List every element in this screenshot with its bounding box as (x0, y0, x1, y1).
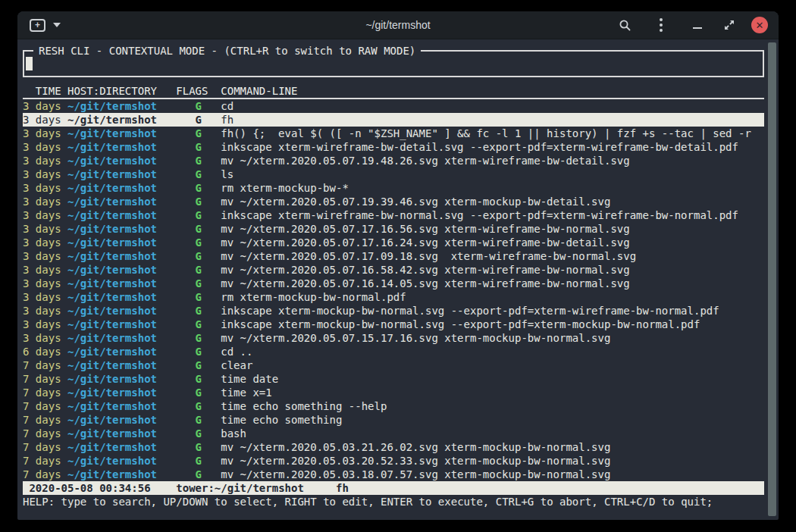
row-time: 7 days (23, 358, 61, 372)
row-directory: ~/git/termshot (67, 399, 157, 413)
kebab-menu-icon (660, 18, 663, 32)
restore-icon (723, 19, 735, 31)
history-row[interactable]: 3 days~/git/termshotGmv ~/xterm.2020.05.… (23, 195, 764, 208)
row-directory: ~/git/termshot (67, 468, 157, 481)
history-row[interactable]: 7 days~/git/termshotGmv ~/xterm.2020.05.… (23, 440, 764, 454)
row-directory: ~/git/termshot (67, 290, 157, 304)
history-row[interactable]: 3 days~/git/termshotGmv ~/xterm.2020.05.… (23, 331, 764, 345)
history-row[interactable]: 7 days~/git/termshotGmv ~/xterm.2020.05.… (23, 454, 764, 468)
history-row[interactable]: 6 days~/git/termshotGcd .. (23, 345, 764, 358)
history-row[interactable]: 7 days~/git/termshotGtime echo something (23, 413, 764, 427)
status-host-directory: tower:~/git/termshot (176, 482, 304, 494)
history-row[interactable]: 7 days~/git/termshotGtime x=1 (23, 386, 764, 399)
chevron-down-icon[interactable] (53, 23, 61, 27)
row-time: 3 days (23, 222, 61, 236)
history-row[interactable]: 3 days~/git/termshotGmv ~/xterm.2020.05.… (23, 277, 764, 290)
row-flags: G (196, 154, 202, 167)
row-directory: ~/git/termshot (67, 167, 157, 181)
row-directory: ~/git/termshot (67, 249, 157, 263)
minimize-button[interactable] (688, 15, 707, 35)
row-directory: ~/git/termshot (67, 222, 157, 236)
row-command: cd (221, 100, 233, 112)
scrollbar[interactable] (767, 40, 777, 518)
row-time: 3 days (23, 181, 61, 195)
terminal-content: RESH CLI - CONTEXTUAL MODE - (CTRL+R to … (17, 39, 779, 520)
row-command: time x=1 (221, 386, 271, 399)
row-flags: G (196, 386, 202, 399)
row-directory: ~/git/termshot (67, 140, 157, 154)
table-column-headers: TIME HOST:DIRECTORY FLAGS COMMAND-LINE (23, 84, 764, 99)
menu-button[interactable] (651, 15, 671, 35)
history-row[interactable]: 3 days~/git/termshotGmv ~/xterm.2020.05.… (23, 249, 764, 263)
search-input[interactable]: RESH CLI - CONTEXTUAL MODE - (CTRL+R to … (23, 50, 764, 77)
history-row[interactable]: 3 days~/git/termshotGls (23, 167, 764, 181)
row-time: 7 days (23, 399, 61, 413)
row-directory: ~/git/termshot (67, 304, 157, 318)
history-row[interactable]: 3 days~/git/termshotGmv ~/xterm.2020.05.… (23, 222, 764, 236)
history-row[interactable]: 3 days~/git/termshotGfh() {; eval $( ([ … (23, 127, 764, 140)
row-time: 7 days (23, 386, 61, 399)
search-box-label: RESH CLI - CONTEXTUAL MODE - (CTRL+R to … (33, 44, 421, 58)
row-time: 7 days (23, 454, 61, 468)
row-flags: G (196, 263, 202, 277)
row-flags: G (196, 249, 202, 263)
row-time: 3 days (23, 236, 61, 249)
history-row[interactable]: 3 days~/git/termshotGinkscape xterm-mock… (23, 318, 764, 331)
row-command: time date (221, 373, 278, 385)
row-command: rm xterm-mockup-bw-* (221, 182, 349, 194)
row-command: cd .. (221, 346, 252, 358)
row-directory: ~/git/termshot (67, 263, 157, 277)
terminal-window: + ~/git/termshot (17, 11, 779, 520)
row-flags: G (196, 440, 202, 454)
new-tab-button[interactable]: + (30, 19, 45, 32)
row-command: inkscape xterm-mockup-bw-normal.svg --ex… (221, 305, 719, 317)
row-time: 7 days (23, 372, 61, 386)
status-bar: 2020-05-08 00:34:56tower:~/git/termshotf… (23, 481, 764, 495)
history-row[interactable]: 3 days~/git/termshotGcd (23, 99, 764, 113)
history-row[interactable]: 3 days~/git/termshotGmv ~/xterm.2020.05.… (23, 154, 764, 167)
history-row[interactable]: 7 days~/git/termshotGbash (23, 427, 764, 440)
row-directory: ~/git/termshot (67, 358, 157, 372)
row-command: inkscape xterm-wireframe-bw-normal.svg -… (221, 209, 738, 221)
row-flags: G (196, 372, 202, 386)
row-time: 3 days (23, 208, 61, 222)
row-directory: ~/git/termshot (67, 331, 157, 345)
row-command: mv ~/xterm.2020.05.07.19.48.26.svg xterm… (221, 155, 629, 167)
maximize-button[interactable] (719, 15, 739, 35)
close-icon: ✕ (756, 20, 764, 30)
history-row[interactable]: 3 days~/git/termshotGinkscape xterm-mock… (23, 304, 764, 318)
history-row[interactable]: 7 days~/git/termshotGtime date (23, 372, 764, 386)
row-directory: ~/git/termshot (67, 181, 157, 195)
row-command: ls (221, 168, 233, 180)
row-command: bash (221, 427, 246, 440)
history-row[interactable]: 3 days~/git/termshotGmv ~/xterm.2020.05.… (23, 263, 764, 277)
history-row[interactable]: 3 days~/git/termshotGrm xterm-mockup-bw-… (23, 181, 764, 195)
row-time: 7 days (23, 413, 61, 427)
row-command: rm xterm-mockup-bw-normal.pdf (221, 291, 406, 303)
row-flags: G (196, 304, 202, 318)
row-flags: G (196, 181, 202, 195)
history-row[interactable]: 3 days~/git/termshotGinkscape xterm-wire… (23, 140, 764, 154)
row-directory: ~/git/termshot (67, 154, 157, 167)
row-flags: G (196, 277, 202, 290)
history-row[interactable]: 3 days~/git/termshotGinkscape xterm-wire… (23, 208, 764, 222)
status-query: fh (336, 482, 349, 494)
scrollbar-thumb[interactable] (768, 42, 776, 516)
row-command: mv ~/xterm.2020.05.07.15.17.16.svg xterm… (221, 332, 610, 344)
history-row[interactable]: 3 days~/git/termshotGfh (23, 113, 764, 127)
row-directory: ~/git/termshot (67, 440, 157, 454)
history-row[interactable]: 3 days~/git/termshotGmv ~/xterm.2020.05.… (23, 236, 764, 249)
row-flags: G (196, 140, 202, 154)
history-row[interactable]: 3 days~/git/termshotGrm xterm-mockup-bw-… (23, 290, 764, 304)
row-command: mv ~/xterm.2020.05.07.17.09.18.svg xterm… (221, 250, 636, 262)
row-flags: G (196, 454, 202, 468)
history-row[interactable]: 7 days~/git/termshotGclear (23, 358, 764, 372)
history-row[interactable]: 7 days~/git/termshotGmv ~/xterm.2020.05.… (23, 468, 764, 481)
history-row[interactable]: 7 days~/git/termshotGtime echo something… (23, 399, 764, 413)
row-directory: ~/git/termshot (67, 208, 157, 222)
status-datetime: 2020-05-08 00:34:56 (29, 482, 150, 494)
row-flags: G (196, 427, 202, 440)
close-button[interactable]: ✕ (751, 17, 768, 33)
row-flags: G (196, 113, 202, 127)
search-button[interactable] (615, 15, 635, 35)
